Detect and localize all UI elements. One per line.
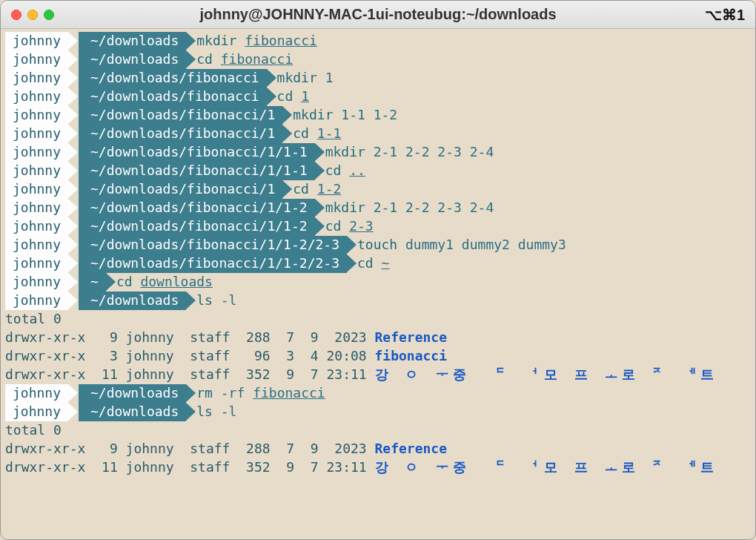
- command: mkdir 1-1 1-2: [293, 106, 397, 124]
- close-icon[interactable]: [11, 10, 21, 20]
- ls-meta: drwxr-xr-x 3 johnny staff 96 3 4 20:08: [5, 347, 375, 365]
- prompt-path: ~/downloads/fibonacci: [79, 88, 267, 106]
- traffic-lights: [11, 10, 54, 20]
- prompt-user: johnny: [5, 69, 68, 88]
- command: cd 1: [277, 88, 309, 105]
- command: ls -l: [196, 403, 236, 421]
- prompt-user: johnny: [5, 125, 68, 143]
- prompt-user: johnny: [5, 236, 68, 254]
- prompt-path: ~/downloads: [79, 32, 186, 50]
- ls-row: drwxr-xr-x 11 johnny staff 352 9 7 23:11…: [5, 366, 751, 384]
- command: cd fibonacci: [196, 50, 293, 68]
- prompt-user: johnny: [5, 180, 68, 199]
- prompt-line: johnny~/downloads/fibonacci/1mkdir 1-1 1…: [5, 106, 751, 125]
- prompt-path: ~/downloads: [79, 50, 186, 69]
- command: cd downloads: [116, 273, 213, 291]
- ls-name: Reference: [375, 329, 448, 346]
- prompt-path: ~/downloads/fibonacci/1/1-1: [79, 143, 315, 162]
- prompt-user: johnny: [5, 384, 68, 403]
- prompt-line: johnny~/downloads/fibonacci/1/1-2/2-3cd …: [5, 254, 751, 273]
- ls-name: 강 ㅇ ᅮ중 ᄃ ᅥ모 프 ᅩ로 ᄌ ᅦ트: [375, 458, 719, 476]
- command: cd ~: [357, 254, 389, 272]
- ls-total: total 0: [5, 421, 751, 440]
- ls-name: 강 ㅇ ᅮ중 ᄃ ᅥ모 프 ᅩ로 ᄌ ᅦ트: [375, 366, 719, 383]
- command: mkdir 1: [277, 69, 334, 87]
- terminal-body[interactable]: johnny~/downloadsmkdir fibonaccijohnny~/…: [1, 29, 755, 481]
- command: cd 1-2: [293, 180, 341, 198]
- prompt-line: johnny~/downloadsrm -rf fibonacci: [5, 384, 751, 403]
- window-titlebar: johnny@JOHNNY-MAC-1ui-noteubug:~/downloa…: [1, 1, 755, 29]
- prompt-user: johnny: [5, 32, 68, 50]
- command: mkdir 2-1 2-2 2-3 2-4: [325, 199, 494, 217]
- command: cd 1-1: [293, 125, 341, 142]
- prompt-path: ~/downloads: [79, 403, 186, 421]
- ls-total: total 0: [5, 310, 751, 329]
- prompt-path: ~/downloads/fibonacci/1/1-2: [79, 199, 315, 217]
- prompt-user: johnny: [5, 403, 68, 421]
- prompt-line: johnny~/downloadsls -l: [5, 292, 751, 310]
- ls-meta: drwxr-xr-x 11 johnny staff 352 9 7 23:11: [5, 366, 375, 383]
- ls-row: drwxr-xr-x 11 johnny staff 352 9 7 23:11…: [5, 458, 751, 477]
- prompt-user: johnny: [5, 217, 68, 236]
- prompt-path: ~/downloads/fibonacci/1: [79, 106, 282, 125]
- command: mkdir 2-1 2-2 2-3 2-4: [325, 143, 494, 161]
- command: ls -l: [196, 292, 236, 309]
- prompt-path: ~/downloads/fibonacci/1: [79, 180, 282, 199]
- prompt-path: ~/downloads/fibonacci/1/1-2: [79, 217, 315, 236]
- prompt-line: johnny~/downloads/fibonacci/1/1-2mkdir 2…: [5, 199, 751, 217]
- minimize-icon[interactable]: [27, 10, 38, 20]
- prompt-user: johnny: [5, 254, 68, 273]
- prompt-line: johnny~/downloadsls -l: [5, 403, 751, 421]
- prompt-path: ~/downloads: [79, 384, 186, 403]
- prompt-path: ~/downloads/fibonacci/1/1-1: [79, 162, 315, 180]
- zoom-icon[interactable]: [44, 10, 54, 20]
- ls-name: fibonacci: [375, 347, 448, 365]
- prompt-path: ~/downloads: [79, 292, 186, 310]
- prompt-user: johnny: [5, 273, 68, 292]
- prompt-user: johnny: [5, 106, 68, 125]
- ls-row: drwxr-xr-x 9 johnny staff 288 7 9 2023 R…: [5, 440, 751, 458]
- command: mkdir fibonacci: [196, 32, 317, 50]
- prompt-user: johnny: [5, 199, 68, 217]
- prompt-line: johnny~/downloads/fibonacci/1/1-1cd ..: [5, 162, 751, 180]
- ls-row: drwxr-xr-x 9 johnny staff 288 7 9 2023 R…: [5, 329, 751, 347]
- prompt-user: johnny: [5, 88, 68, 106]
- prompt-line: johnny~/downloads/fibonacci/1/1-1mkdir 2…: [5, 143, 751, 162]
- window-title: johnny@JOHNNY-MAC-1ui-noteubug:~/downloa…: [1, 6, 755, 23]
- command: cd 2-3: [325, 217, 374, 235]
- ls-meta: drwxr-xr-x 9 johnny staff 288 7 9 2023: [5, 440, 375, 458]
- prompt-line: johnny~cd downloads: [5, 273, 751, 292]
- ls-row: drwxr-xr-x 3 johnny staff 96 3 4 20:08 f…: [5, 347, 751, 366]
- command: touch dummy1 dummy2 dummy3: [357, 236, 566, 254]
- ls-name: Reference: [375, 440, 448, 458]
- prompt-line: johnny~/downloads/fibonacci/1/1-2cd 2-3: [5, 217, 751, 236]
- ls-meta: drwxr-xr-x 11 johnny staff 352 9 7 23:11: [5, 458, 375, 476]
- prompt-line: johnny~/downloadscd fibonacci: [5, 50, 751, 69]
- prompt-user: johnny: [5, 50, 68, 69]
- prompt-path: ~/downloads/fibonacci/1/1-2/2-3: [79, 236, 347, 254]
- prompt-user: johnny: [5, 292, 68, 310]
- prompt-path: ~/downloads/fibonacci: [79, 69, 267, 88]
- command: rm -rf fibonacci: [196, 384, 325, 402]
- prompt-path: ~/downloads/fibonacci/1: [79, 125, 282, 143]
- prompt-line: johnny~/downloads/fibonacci/1/1-2/2-3tou…: [5, 236, 751, 254]
- ls-meta: drwxr-xr-x 9 johnny staff 288 7 9 2023: [5, 329, 375, 346]
- prompt-line: johnny~/downloadsmkdir fibonacci: [5, 32, 751, 50]
- window-shortcut-indicator: ⌥⌘1: [705, 6, 745, 24]
- prompt-line: johnny~/downloads/fibonaccicd 1: [5, 88, 751, 106]
- prompt-line: johnny~/downloads/fibonaccimkdir 1: [5, 69, 751, 88]
- prompt-user: johnny: [5, 162, 68, 180]
- prompt-user: johnny: [5, 143, 68, 162]
- command: cd ..: [325, 162, 365, 180]
- prompt-line: johnny~/downloads/fibonacci/1cd 1-2: [5, 180, 751, 199]
- prompt-path: ~/downloads/fibonacci/1/1-2/2-3: [79, 254, 347, 273]
- prompt-path: ~: [79, 273, 106, 292]
- prompt-line: johnny~/downloads/fibonacci/1cd 1-1: [5, 125, 751, 143]
